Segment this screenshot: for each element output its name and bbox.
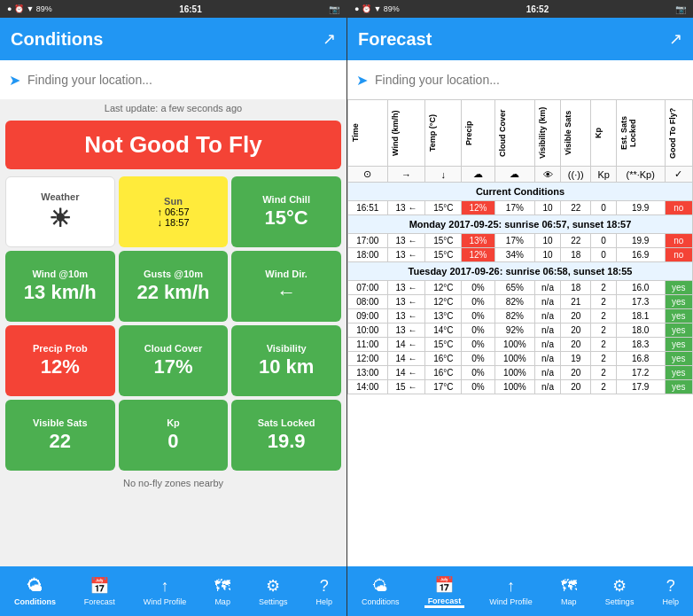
- cell-time: 12:00: [348, 352, 388, 366]
- table-row: 08:00 13 ← 12°C 0% 82% n/a 21 2 17.3 yes: [348, 295, 693, 309]
- table-row: 10:00 13 ← 14°C 0% 92% n/a 20 2 18.0 yes: [348, 324, 693, 338]
- nav-forecast-right[interactable]: 📅 Forecast: [424, 575, 465, 608]
- cell-good: no: [665, 248, 692, 262]
- cell-wind: 13 ←: [387, 201, 425, 215]
- cell-precip: 0%: [462, 309, 495, 324]
- cell-vis: n/a: [535, 281, 561, 295]
- status-bar-left: ● ⏰ ▼ 89% 16:51 📷: [0, 0, 346, 18]
- icon-kp: Kp: [591, 167, 616, 183]
- cloud-label: Cloud Cover: [144, 343, 202, 354]
- nav-conditions-right[interactable]: 🌤 Conditions: [358, 577, 403, 606]
- nav-settings[interactable]: ⚙ Settings: [255, 576, 292, 606]
- cell-temp: 12°C: [425, 295, 462, 309]
- forecast-bottom-nav: 🌤 Conditions 📅 Forecast ↑ Wind Profile 🗺…: [347, 566, 693, 616]
- cell-sats: 20: [561, 366, 591, 380]
- cell-cloud: 100%: [494, 338, 534, 352]
- sun-label: Sun: [164, 196, 183, 207]
- forecast-share-icon[interactable]: ↗: [669, 29, 682, 49]
- table-row: 14:00 15 ← 17°C 0% 100% n/a 20 2 17.9 ye…: [348, 380, 693, 394]
- status-right-left: ● ⏰ ▼ 89%: [354, 4, 400, 13]
- forecast-title: Forecast: [358, 29, 669, 50]
- cell-temp: 16°C: [425, 352, 462, 366]
- cell-kp: 2: [591, 352, 616, 366]
- col-temp: Temp (°C): [425, 100, 462, 167]
- nav-wind-profile-right[interactable]: ↑ Wind Profile: [486, 577, 536, 606]
- monday-label: Monday 2017-09-25: sunrise 06:57, sunset…: [348, 215, 693, 234]
- conditions-panel: ● ⏰ ▼ 89% 16:51 📷 Conditions ↗ ➤ Last up…: [0, 0, 346, 616]
- table-row: 18:00 13 ← 15°C 12% 34% 10 18 0 16.9 no: [348, 248, 693, 262]
- cell-est: 19.9: [616, 234, 665, 248]
- conditions-bottom-nav: 🌤 Conditions 📅 Forecast ↑ Wind Profile 🗺…: [0, 566, 346, 616]
- conditions-search-bar: ➤: [0, 60, 346, 99]
- conditions-nav-icon-right: 🌤: [372, 577, 388, 596]
- visibility-value: 10 km: [259, 355, 314, 378]
- cell-temp: 15°C: [425, 234, 462, 248]
- nav-wind-profile[interactable]: ↑ Wind Profile: [140, 577, 191, 606]
- cell-cloud: 100%: [494, 366, 534, 380]
- nav-settings-right[interactable]: ⚙ Settings: [602, 576, 638, 606]
- sunrise-text: ↑ 06:57: [157, 207, 189, 217]
- forecast-scroll-area[interactable]: Time Wind (km/h) Temp (°C) Precip Cloud …: [347, 99, 693, 566]
- settings-nav-icon: ⚙: [266, 576, 280, 596]
- icon-good: ✓: [665, 167, 692, 183]
- conditions-share-icon[interactable]: ↗: [323, 29, 336, 49]
- cell-sats: 18: [561, 248, 591, 262]
- cell-good: yes: [665, 338, 692, 352]
- location-icon: ➤: [9, 72, 20, 89]
- cell-good: no: [665, 234, 692, 248]
- cell-precip: 0%: [462, 281, 495, 295]
- cell-good: yes: [665, 281, 692, 295]
- nav-help[interactable]: ? Help: [312, 577, 336, 606]
- cell-sats: 20: [561, 338, 591, 352]
- nav-wind-label-right: Wind Profile: [489, 597, 533, 606]
- forecast-nav-icon-right: 📅: [434, 575, 454, 595]
- cell-vis: n/a: [535, 380, 561, 394]
- nav-map-right[interactable]: 🗺 Map: [557, 577, 580, 606]
- cell-precip: 0%: [462, 295, 495, 309]
- cell-good: yes: [665, 295, 692, 309]
- visible-sats-label: Visible Sats: [33, 417, 88, 428]
- nav-forecast-label-right: Forecast: [428, 597, 462, 605]
- wind-dir-value: ←: [276, 281, 296, 304]
- cell-kp: 2: [591, 324, 616, 338]
- nav-map[interactable]: 🗺 Map: [211, 577, 234, 606]
- cell-est: 18.0: [616, 324, 665, 338]
- cell-sats: 20: [561, 309, 591, 324]
- table-icon-row: ⊙ → ↓ ☁ ☁ 👁 ((·)) Kp (**·Kp) ✓: [348, 167, 693, 183]
- cell-vis: 10: [535, 201, 561, 215]
- cell-temp: 15°C: [425, 201, 462, 215]
- cell-sats: 20: [561, 380, 591, 394]
- nav-help-label-right: Help: [662, 597, 679, 606]
- cell-kp: 2: [591, 366, 616, 380]
- forecast-search-input[interactable]: [375, 73, 684, 87]
- conditions-search-input[interactable]: [27, 73, 338, 87]
- status-time-right: 16:52: [526, 4, 549, 14]
- status-bar-right: ● ⏰ ▼ 89% 16:52 📷: [347, 0, 693, 18]
- visibility-label: Visibility: [267, 343, 307, 354]
- nav-conditions[interactable]: 🌤 Conditions: [11, 577, 59, 606]
- cell-wind: 13 ←: [387, 324, 425, 338]
- table-row: 09:00 13 ← 13°C 0% 82% n/a 20 2 18.1 yes: [348, 309, 693, 324]
- nav-forecast[interactable]: 📅 Forecast: [81, 576, 119, 606]
- sats-locked-label: Sats Locked: [258, 417, 315, 428]
- kp-label: Kp: [167, 417, 180, 428]
- cell-time: 08:00: [348, 295, 388, 309]
- sun-card: Sun ↑ 06:57 ↓ 18:57: [119, 176, 229, 247]
- nav-help-right[interactable]: ? Help: [658, 577, 682, 606]
- forecast-nav-icon: 📅: [90, 576, 109, 596]
- tuesday-label: Tuesday 2017-09-26: sunrise 06:58, sunse…: [348, 262, 693, 281]
- cell-est: 19.9: [616, 201, 665, 215]
- help-nav-icon: ?: [320, 577, 329, 596]
- status-right-right: 📷: [675, 4, 686, 14]
- weather-card: Weather ☀: [5, 176, 115, 247]
- cell-est: 16.9: [616, 248, 665, 262]
- nav-map-label: Map: [214, 597, 230, 606]
- last-update-text: Last update: a few seconds ago: [0, 99, 346, 117]
- cell-kp: 0: [591, 201, 616, 215]
- settings-nav-icon-right: ⚙: [612, 576, 627, 596]
- kp-card: Kp 0: [119, 400, 229, 471]
- cell-cloud: 100%: [494, 380, 534, 394]
- col-good: Good To Fly?: [665, 100, 692, 167]
- icon-est: (**·Kp): [616, 167, 665, 183]
- cell-sats: 21: [561, 295, 591, 309]
